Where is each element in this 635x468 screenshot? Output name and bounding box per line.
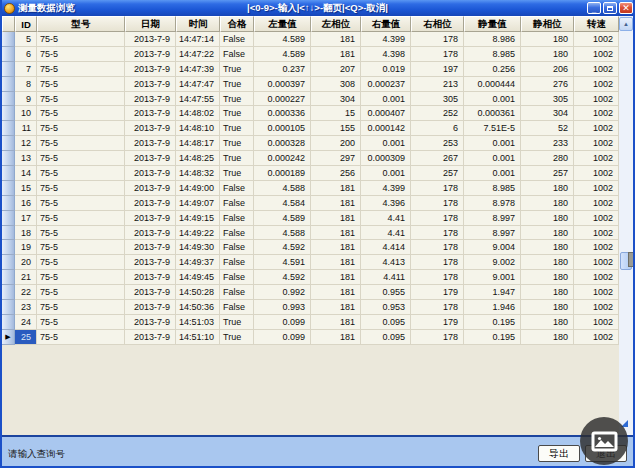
cell-pass[interactable]: False [220,32,254,47]
cell-right_value[interactable]: 0.001 [361,136,411,151]
cell-time[interactable]: 14:48:25 [176,151,220,166]
cell-id[interactable]: 12 [15,136,37,151]
cell-static_value[interactable]: 0.001 [464,151,521,166]
cell-id[interactable]: 15 [15,181,37,196]
cell-pass[interactable]: False [220,226,254,241]
cell-id[interactable]: 5 [15,32,37,47]
cell-right_value[interactable]: 0.000407 [361,106,411,121]
cell-static_value[interactable]: 9.001 [464,270,521,285]
cell-id[interactable]: 10 [15,106,37,121]
cell-speed[interactable]: 1002 [574,92,619,107]
cell-static_value[interactable]: 1.947 [464,285,521,300]
column-header-time[interactable]: 时间 [176,16,220,32]
minimize-button[interactable]: _ [587,2,601,14]
row-selector[interactable] [2,255,15,270]
cell-date[interactable]: 2013-7-9 [125,240,176,255]
cell-right_value[interactable]: 4.414 [361,240,411,255]
cell-right_value[interactable]: 4.411 [361,270,411,285]
cell-left_phase[interactable]: 304 [311,92,361,107]
cell-pass[interactable]: True [220,315,254,330]
cell-left_phase[interactable]: 256 [311,166,361,181]
cell-static_phase[interactable]: 180 [521,32,574,47]
cell-left_value[interactable]: 0.993 [254,300,311,315]
vertical-scrollbar[interactable]: ▲ [619,16,633,435]
cell-left_value[interactable]: 4.589 [254,47,311,62]
cell-left_phase[interactable]: 181 [311,32,361,47]
cell-left_value[interactable]: 0.000336 [254,106,311,121]
cell-static_value[interactable]: 8.985 [464,47,521,62]
table-row[interactable]: 1575-52013-7-914:49:00False4.5881814.399… [2,181,619,196]
cell-model[interactable]: 75-5 [37,196,125,211]
cell-static_phase[interactable]: 304 [521,106,574,121]
row-selector[interactable] [2,151,15,166]
cell-static_phase[interactable]: 180 [521,226,574,241]
cell-date[interactable]: 2013-7-9 [125,315,176,330]
cell-date[interactable]: 2013-7-9 [125,270,176,285]
column-header-static_phase[interactable]: 静相位 [521,16,574,32]
cell-date[interactable]: 2013-7-9 [125,226,176,241]
cell-date[interactable]: 2013-7-9 [125,121,176,136]
cell-left_value[interactable]: 0.000227 [254,92,311,107]
cell-static_phase[interactable]: 180 [521,330,574,345]
cell-pass[interactable]: True [220,106,254,121]
cell-time[interactable]: 14:49:07 [176,196,220,211]
cell-right_value[interactable]: 4.398 [361,47,411,62]
row-selector[interactable] [2,196,15,211]
cell-time[interactable]: 14:50:28 [176,285,220,300]
window-edge-handle[interactable] [628,252,635,267]
cell-date[interactable]: 2013-7-9 [125,47,176,62]
cell-right_phase[interactable]: 178 [411,181,464,196]
cell-model[interactable]: 75-5 [37,226,125,241]
cell-model[interactable]: 75-5 [37,32,125,47]
cell-model[interactable]: 75-5 [37,315,125,330]
table-row[interactable]: 675-52013-7-914:47:22False4.5891814.3981… [2,47,619,62]
cell-right_phase[interactable]: 178 [411,330,464,345]
row-selector[interactable] [2,136,15,151]
cell-speed[interactable]: 1002 [574,270,619,285]
cell-right_value[interactable]: 0.955 [361,285,411,300]
cell-date[interactable]: 2013-7-9 [125,300,176,315]
cell-right_phase[interactable]: 305 [411,92,464,107]
cell-left_value[interactable]: 4.589 [254,211,311,226]
cell-id[interactable]: 20 [15,255,37,270]
cell-left_value[interactable]: 0.000328 [254,136,311,151]
row-selector[interactable] [2,166,15,181]
cell-date[interactable]: 2013-7-9 [125,181,176,196]
cell-right_value[interactable]: 4.41 [361,226,411,241]
cell-time[interactable]: 14:48:32 [176,166,220,181]
cell-left_phase[interactable]: 155 [311,121,361,136]
cell-speed[interactable]: 1002 [574,166,619,181]
cell-speed[interactable]: 1002 [574,226,619,241]
cell-pass[interactable]: True [220,77,254,92]
cell-static_value[interactable]: 9.002 [464,255,521,270]
cell-right_phase[interactable]: 178 [411,300,464,315]
column-header-id[interactable]: ID [15,16,37,32]
cell-static_value[interactable]: 8.997 [464,226,521,241]
cell-left_phase[interactable]: 181 [311,211,361,226]
cell-id[interactable]: 13 [15,151,37,166]
cell-right_value[interactable]: 0.019 [361,62,411,77]
cell-pass[interactable]: True [220,330,254,345]
cell-left_value[interactable]: 0.099 [254,315,311,330]
cell-time[interactable]: 14:51:10 [176,330,220,345]
table-row[interactable]: 2375-52013-7-914:50:36False0.9931810.953… [2,300,619,315]
cell-right_phase[interactable]: 178 [411,270,464,285]
cell-right_phase[interactable]: 257 [411,166,464,181]
cell-static_phase[interactable]: 305 [521,92,574,107]
cell-static_phase[interactable]: 206 [521,62,574,77]
cell-left_value[interactable]: 0.237 [254,62,311,77]
cell-model[interactable]: 75-5 [37,330,125,345]
table-row[interactable]: 1875-52013-7-914:49:22False4.5881814.411… [2,226,619,241]
cell-static_value[interactable]: 7.51E-5 [464,121,521,136]
cell-id[interactable]: 21 [15,270,37,285]
cell-right_phase[interactable]: 178 [411,226,464,241]
cell-model[interactable]: 75-5 [37,285,125,300]
cell-pass[interactable]: False [220,181,254,196]
cell-static_value[interactable]: 0.001 [464,136,521,151]
cell-static_phase[interactable]: 180 [521,285,574,300]
cell-static_phase[interactable]: 180 [521,47,574,62]
cell-right_value[interactable]: 0.000237 [361,77,411,92]
row-selector[interactable] [2,47,15,62]
cell-right_value[interactable]: 0.095 [361,330,411,345]
cell-date[interactable]: 2013-7-9 [125,285,176,300]
